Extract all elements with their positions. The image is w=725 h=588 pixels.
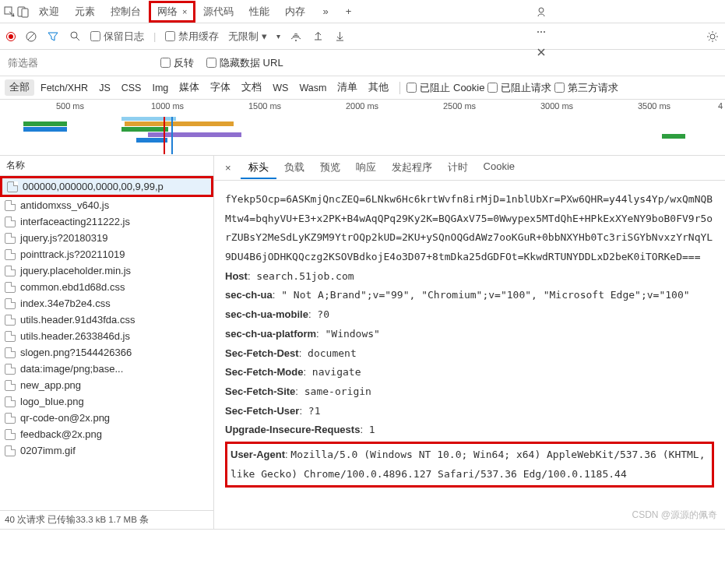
search-icon[interactable] [69, 30, 81, 43]
record-button[interactable] [6, 32, 16, 41]
request-name: utils.header.2633846d.js [20, 330, 130, 342]
new-tab-button[interactable]: + [338, 2, 360, 20]
user-agent-row: User-Agent: Mozilla/5.0 (Windows NT 10.0… [225, 442, 714, 488]
hide-data-url-checkbox[interactable]: 隐藏数据 URL [206, 56, 283, 70]
request-row[interactable]: common.ebd1d68d.css [0, 279, 213, 295]
request-row[interactable]: new_app.png [0, 377, 213, 393]
header-value: "Windows" [319, 328, 380, 340]
request-row[interactable]: interfaceacting211222.js [0, 213, 213, 230]
header-row: sec-ch-ua: " Not A;Brand";v="99", "Chrom… [225, 286, 714, 305]
request-row[interactable]: 0207imm.gif [0, 442, 213, 459]
header-row: Sec-Fetch-User: ?1 [225, 402, 714, 421]
request-row[interactable]: utils.header.2633846d.js [0, 328, 213, 344]
timeline-tick: 3000 ms [540, 101, 573, 111]
request-row[interactable]: 000000,000000,0000,00,9,99,p [0, 176, 213, 197]
type-filter-WS[interactable]: WS [268, 81, 293, 95]
type-filter-CSS[interactable]: CSS [117, 81, 146, 95]
top-tab-5[interactable]: 性能 [241, 1, 277, 23]
request-name: 0207imm.gif [20, 445, 76, 456]
detail-tab-5[interactable]: 计时 [440, 157, 476, 179]
request-row[interactable]: index.34e7b2e4.css [0, 295, 213, 312]
clear-button[interactable] [25, 30, 37, 43]
device-icon[interactable] [17, 5, 30, 18]
file-icon [5, 233, 16, 244]
detail-tab-6[interactable]: Cookie [476, 157, 523, 179]
top-tab-3[interactable]: 网络× [149, 1, 195, 23]
request-row[interactable]: utils.header.91d43fda.css [0, 312, 213, 328]
preserve-log-checkbox[interactable]: 保留日志 [90, 30, 144, 44]
request-name: new_app.png [20, 379, 81, 391]
type-filter-媒体[interactable]: 媒体 [174, 79, 204, 96]
request-name: index.34e7b2e4.css [20, 298, 111, 309]
detail-tab-0[interactable]: 标头 [241, 157, 276, 179]
request-row[interactable]: slogen.png?1544426366 [0, 344, 213, 361]
headers-body[interactable]: fYekp5Ocp=6ASKmjQncZEQ=6LNkw6Hc6krtWvfn8… [214, 181, 725, 529]
timeline-tick: 1000 ms [151, 101, 184, 111]
disable-cache-checkbox[interactable]: 禁用缓存 [165, 30, 219, 44]
timeline-overview[interactable]: 500 ms1000 ms1500 ms2000 ms2500 ms3000 m… [0, 100, 725, 156]
file-icon [5, 217, 16, 227]
detail-tab-4[interactable]: 发起程序 [384, 157, 440, 179]
top-tab-6[interactable]: 内存 [277, 1, 313, 23]
detail-tab-2[interactable]: 预览 [312, 157, 348, 179]
blocked-cookies-checkbox[interactable]: 已阻止 Cookie [406, 81, 484, 95]
import-icon[interactable] [311, 30, 324, 43]
filter-input[interactable] [8, 57, 148, 69]
close-tab-icon[interactable]: × [182, 7, 187, 16]
request-name: jquery.placeholder.min.js [20, 265, 131, 276]
filter-icon[interactable] [47, 30, 59, 43]
request-row[interactable]: antidomxss_v640.js [0, 197, 213, 213]
timeline-tick: 2500 ms [443, 101, 476, 111]
top-tab-0[interactable]: 欢迎 [31, 1, 67, 23]
type-filter-Img[interactable]: Img [147, 81, 173, 95]
kebab-icon[interactable] [535, 26, 547, 38]
close-detail-icon[interactable]: × [219, 162, 238, 174]
request-row[interactable]: pointtrack.js?20211019 [0, 246, 213, 262]
type-filter-全部[interactable]: 全部 [5, 79, 34, 96]
type-filter-文档[interactable]: 文档 [237, 79, 266, 96]
request-name: feedback@2x.png [20, 428, 102, 440]
file-icon [5, 429, 16, 440]
top-tab-4[interactable]: 源代码 [195, 1, 241, 23]
detail-tab-3[interactable]: 响应 [348, 157, 384, 179]
detail-tab-1[interactable]: 负载 [276, 157, 312, 179]
blocked-requests-checkbox[interactable]: 已阻止请求 [487, 81, 551, 95]
svg-point-5 [539, 8, 544, 12]
type-filter-JS[interactable]: JS [94, 81, 115, 95]
request-list-header: 名称 [0, 156, 213, 176]
header-value: 1 [363, 424, 375, 435]
request-row[interactable]: qr-code-on@2x.png [0, 410, 213, 426]
third-party-checkbox[interactable]: 第三方请求 [554, 81, 618, 95]
request-row[interactable]: jquery.placeholder.min.js [0, 262, 213, 279]
inspect-icon[interactable] [3, 5, 16, 18]
customize-icon[interactable] [535, 5, 547, 18]
request-row[interactable]: feedback@2x.png [0, 426, 213, 442]
close-devtools-icon[interactable] [535, 46, 547, 58]
request-row[interactable]: jquery.js?20180319 [0, 230, 213, 246]
timeline-tick: 2000 ms [346, 101, 378, 111]
request-list-panel: 名称 000000,000000,0000,00,9,99,pantidomxs… [0, 156, 214, 529]
header-row: Host: search.51job.com [225, 267, 714, 287]
export-icon[interactable] [333, 30, 346, 43]
type-filter-字体[interactable]: 字体 [206, 79, 235, 96]
request-list[interactable]: 000000,000000,0000,00,9,99,pantidomxss_v… [0, 176, 213, 510]
request-name: pointtrack.js?20211019 [20, 248, 125, 260]
top-tab-2[interactable]: 控制台 [103, 1, 149, 23]
detail-panel: × 标头负载预览响应发起程序计时Cookie fYekp5Ocp=6ASKmjQ… [214, 156, 725, 529]
settings-gear-icon[interactable] [706, 30, 719, 43]
request-name: jquery.js?20180319 [20, 232, 108, 244]
type-filter-Wasm[interactable]: Wasm [294, 81, 331, 95]
type-filter-其他[interactable]: 其他 [364, 79, 393, 96]
top-tab-1[interactable]: 元素 [67, 1, 103, 23]
request-row[interactable]: data:image/png;base... [0, 361, 213, 377]
network-conditions-icon[interactable] [290, 30, 302, 43]
invert-checkbox[interactable]: 反转 [160, 56, 194, 70]
request-row[interactable]: logo_blue.png [0, 393, 213, 410]
throttling-select[interactable]: 无限制 ▾ [228, 30, 267, 44]
header-value: document [301, 347, 356, 359]
type-filter-Fetch/XHR[interactable]: Fetch/XHR [36, 81, 93, 95]
type-filter-清单[interactable]: 清单 [333, 79, 362, 96]
timeline-tick: 1500 ms [248, 101, 281, 111]
file-icon [5, 396, 16, 407]
more-tabs[interactable]: » [315, 2, 336, 20]
